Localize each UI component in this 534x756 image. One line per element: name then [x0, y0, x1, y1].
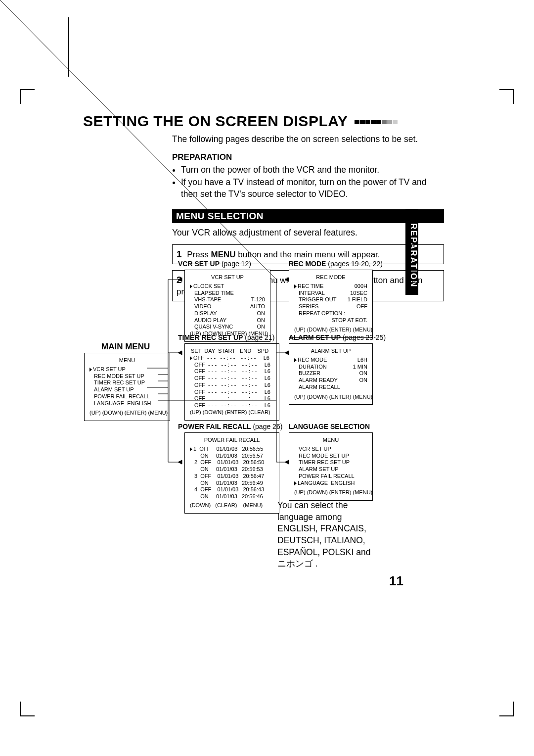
osd-row: ALARM SET UP	[89, 386, 165, 393]
alarm-setup-osd: ALARM SET UP REC MODEL6HDURATION1 MINBUZ…	[289, 343, 373, 405]
osd-footer: (UP) (DOWN) (ENTER) (MENU)	[294, 394, 367, 401]
alarm-setup-label: ALARM SET UP (pages 23-25)	[289, 333, 386, 341]
osd-row: OFF - - - - - : - - - - : - - L6	[190, 368, 274, 375]
cursor-icon	[190, 447, 192, 451]
osd-row: AUDIO PLAYON	[190, 317, 265, 324]
osd-row: REPEAT OPTION :	[294, 310, 367, 317]
osd-row: VCR SET UP	[294, 446, 367, 453]
osd-row: ELAPSED TIME	[190, 290, 265, 297]
timer-rec-osd: SET DAY START END SPD OFF - - - - - : - …	[184, 343, 279, 421]
osd-row: REC MODE SET UP	[294, 453, 367, 460]
cursor-icon	[190, 356, 192, 360]
main-menu-osd: MENU VCR SET UP REC MODE SET UP TIMER RE…	[84, 353, 170, 421]
osd-title: ALARM SET UP	[294, 348, 367, 355]
section-intro: Your VCR allows adjustment of several fe…	[172, 227, 444, 239]
osd-row: CLOCK SET	[190, 283, 265, 290]
rec-mode-label: REC MODE (pages 19-20, 22)	[289, 260, 383, 268]
intro-text: The following pages describe the on scre…	[172, 134, 444, 145]
osd-row: VHS-TAPET-120	[190, 296, 265, 303]
trim-mark	[68, 17, 69, 77]
crop-mark	[499, 702, 514, 716]
osd-row: QUASI V-SYNCON	[190, 324, 265, 331]
step-number: 2	[177, 275, 182, 285]
language-selection-osd: MENU VCR SET UP REC MODE SET UP TIMER RE…	[289, 432, 373, 501]
svg-marker-16	[285, 460, 289, 464]
osd-row: DURATION1 MIN	[294, 364, 367, 371]
prep-item: Turn on the power of both the VCR and th…	[181, 164, 444, 176]
osd-row: ON 01/01/03 20:56:57	[190, 453, 274, 460]
osd-footer: (DOWN) (CLEAR) (MENU)	[190, 502, 274, 509]
osd-row: TRIGGER OUT1 FIELD	[294, 296, 367, 303]
page-title: SETTING THE ON SCREEN DISPLAY	[83, 113, 444, 130]
osd-row: OFF - - - - - : - - - - : - - L6	[190, 382, 274, 389]
language-note: You can select the language among ENGLIS…	[277, 500, 384, 570]
cursor-icon	[294, 481, 297, 485]
osd-row: SERIESOFF	[294, 303, 367, 310]
step-text: button and the main menu will appear.	[236, 250, 380, 259]
power-fail-osd: POWER FAIL RECALL 1 OFF 01/01/03 20:56:5…	[184, 432, 279, 514]
osd-title: POWER FAIL RECALL	[190, 437, 274, 444]
osd-row: 1 OFF 01/01/03 20:56:55	[190, 446, 274, 453]
osd-row: OFF - - - - - : - - - - : - - L6	[190, 402, 274, 409]
preparation-heading: PREPARATION	[172, 152, 444, 162]
osd-row: 3 OFF 01/01/03 20:56:47	[190, 473, 274, 480]
osd-row: POWER FAIL RECALL	[294, 473, 367, 480]
osd-title: MENU	[89, 357, 165, 364]
osd-row: REC MODEL6H	[294, 357, 367, 364]
crop-mark	[20, 89, 35, 104]
osd-row: OFF - - - - - : - - - - : - - L6	[190, 375, 274, 382]
japanese-text: ニホンゴ	[277, 559, 313, 568]
prep-item: If you have a TV instead of monitor, tur…	[181, 177, 444, 200]
timer-rec-label: TIMER REC SET UP (page 21)	[178, 333, 274, 341]
cursor-icon	[89, 368, 92, 372]
language-selection-label: LANGUAGE SELECTION	[289, 423, 370, 430]
vcr-setup-label: VCR SET UP (page 12)	[178, 260, 251, 268]
osd-row: POWER FAIL RECALL	[89, 393, 165, 400]
step-text: MENU	[211, 250, 235, 259]
vcr-setup-osd: VCR SET UP CLOCK SETELAPSED TIMEVHS-TAPE…	[184, 270, 270, 342]
page-number: 11	[389, 573, 403, 589]
osd-title: VCR SET UP	[190, 274, 265, 281]
osd-row: VCR SET UP	[89, 366, 165, 373]
osd-row: LANGUAGE ENGLISH	[294, 480, 367, 487]
osd-footer: (UP) (DOWN) (ENTER) (MENU)	[89, 410, 165, 417]
osd-row: ON 01/01/03 20:56:53	[190, 466, 274, 473]
osd-row: TIMER REC SET UP	[294, 459, 367, 466]
osd-row: ALARM READYON	[294, 377, 367, 384]
title-decoration	[355, 113, 419, 117]
osd-row: 2 OFF 01/01/03 20:56:50	[190, 459, 274, 466]
osd-footer: (UP) (DOWN) (ENTER) (MENU)	[294, 489, 367, 496]
osd-row: BUZZERON	[294, 370, 367, 377]
svg-marker-13	[178, 460, 182, 464]
cursor-icon	[294, 358, 297, 362]
osd-footer: (UP) (DOWN) (ENTER) (CLEAR)	[190, 409, 274, 416]
osd-row: REC MODE SET UP	[89, 373, 165, 380]
step-number: 1	[177, 249, 182, 259]
osd-title: MENU	[294, 437, 367, 444]
osd-row: OFF - - - - - : - - - - : - - L6	[190, 389, 274, 396]
osd-title: REC MODE	[294, 274, 367, 281]
osd-header-row: SET DAY START END SPD	[190, 348, 274, 355]
cursor-icon	[294, 284, 297, 288]
step-text: Press	[185, 250, 211, 259]
osd-footer: (UP) (DOWN) (ENTER) (MENU)	[294, 327, 367, 333]
osd-row: STOP AT EOT.	[294, 317, 367, 324]
cursor-icon	[190, 284, 192, 288]
osd-row: 4 OFF 01/01/03 20:56:43	[190, 486, 274, 493]
osd-row: VIDEOAUTO	[190, 303, 265, 310]
osd-row: INTERVAL10SEC	[294, 290, 367, 297]
rec-mode-osd: REC MODE REC TIME000HINTERVAL10SECTRIGGE…	[289, 270, 373, 338]
svg-marker-12	[178, 351, 182, 355]
osd-row: LANGUAGE ENGLISH	[89, 400, 165, 407]
osd-row: DISPLAYON	[190, 310, 265, 317]
osd-row: ALARM SET UP	[294, 466, 367, 473]
crop-mark	[499, 89, 514, 104]
crop-mark	[20, 702, 35, 716]
power-fail-label: POWER FAIL RECALL (page 26)	[178, 423, 282, 430]
title-text: SETTING THE ON SCREEN DISPLAY	[83, 113, 348, 129]
osd-row: OFF - - - - - : - - - - : - - L6	[190, 395, 274, 402]
section-bar: MENU SELECTION	[172, 209, 444, 223]
osd-row: TIMER REC SET UP	[89, 379, 165, 386]
osd-row: OFF - - - - - : - - - - : - - L6	[190, 355, 274, 362]
osd-row: ALARM RECALL	[294, 384, 367, 391]
